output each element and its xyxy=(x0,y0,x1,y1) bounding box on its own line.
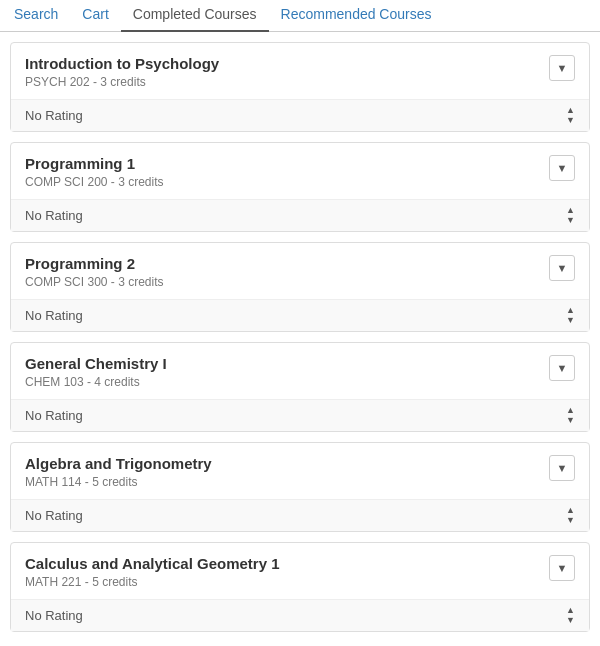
course-subtitle: MATH 114 - 5 credits xyxy=(25,475,539,489)
course-title: Introduction to Psychology xyxy=(25,55,539,72)
rating-text: No Rating xyxy=(25,508,83,523)
course-title: Algebra and Trigonometry xyxy=(25,455,539,472)
tab-cart[interactable]: Cart xyxy=(70,0,120,32)
rating-row: No Rating ▲ ▼ xyxy=(11,400,589,431)
rating-row: No Rating ▲ ▼ xyxy=(11,200,589,231)
rating-text: No Rating xyxy=(25,308,83,323)
course-subtitle: PSYCH 202 - 3 credits xyxy=(25,75,539,89)
rating-row: No Rating ▲ ▼ xyxy=(11,500,589,531)
course-card: Programming 2 COMP SCI 300 - 3 credits ▼… xyxy=(10,242,590,332)
rating-text: No Rating xyxy=(25,108,83,123)
rating-arrows-icon[interactable]: ▲ ▼ xyxy=(566,106,575,125)
navigation-tabs: Search Cart Completed Courses Recommende… xyxy=(0,0,600,32)
course-title: Programming 1 xyxy=(25,155,539,172)
tab-completed-courses[interactable]: Completed Courses xyxy=(121,0,269,32)
course-card: Algebra and Trigonometry MATH 114 - 5 cr… xyxy=(10,442,590,532)
course-title: General Chemistry I xyxy=(25,355,539,372)
courses-list: Introduction to Psychology PSYCH 202 - 3… xyxy=(0,32,600,646)
rating-text: No Rating xyxy=(25,608,83,623)
rating-arrows-icon[interactable]: ▲ ▼ xyxy=(566,606,575,625)
course-header: Algebra and Trigonometry MATH 114 - 5 cr… xyxy=(11,443,589,500)
rating-text: No Rating xyxy=(25,408,83,423)
course-header: Introduction to Psychology PSYCH 202 - 3… xyxy=(11,43,589,100)
course-title: Programming 2 xyxy=(25,255,539,272)
rating-arrows-icon[interactable]: ▲ ▼ xyxy=(566,206,575,225)
course-header: Programming 2 COMP SCI 300 - 3 credits ▼ xyxy=(11,243,589,300)
course-info: General Chemistry I CHEM 103 - 4 credits xyxy=(25,355,539,389)
course-card: Calculus and Analytical Geometry 1 MATH … xyxy=(10,542,590,632)
course-card: Programming 1 COMP SCI 200 - 3 credits ▼… xyxy=(10,142,590,232)
rating-arrows-icon[interactable]: ▲ ▼ xyxy=(566,306,575,325)
course-dropdown-button[interactable]: ▼ xyxy=(549,255,575,281)
rating-text: No Rating xyxy=(25,208,83,223)
tab-recommended-courses[interactable]: Recommended Courses xyxy=(269,0,444,32)
course-info: Introduction to Psychology PSYCH 202 - 3… xyxy=(25,55,539,89)
course-subtitle: COMP SCI 300 - 3 credits xyxy=(25,275,539,289)
rating-row: No Rating ▲ ▼ xyxy=(11,300,589,331)
rating-arrows-icon[interactable]: ▲ ▼ xyxy=(566,506,575,525)
course-dropdown-button[interactable]: ▼ xyxy=(549,355,575,381)
course-header: Programming 1 COMP SCI 200 - 3 credits ▼ xyxy=(11,143,589,200)
course-title: Calculus and Analytical Geometry 1 xyxy=(25,555,539,572)
course-dropdown-button[interactable]: ▼ xyxy=(549,55,575,81)
course-header: General Chemistry I CHEM 103 - 4 credits… xyxy=(11,343,589,400)
tab-search[interactable]: Search xyxy=(10,0,70,32)
course-dropdown-button[interactable]: ▼ xyxy=(549,555,575,581)
course-subtitle: MATH 221 - 5 credits xyxy=(25,575,539,589)
course-card: General Chemistry I CHEM 103 - 4 credits… xyxy=(10,342,590,432)
course-subtitle: COMP SCI 200 - 3 credits xyxy=(25,175,539,189)
rating-arrows-icon[interactable]: ▲ ▼ xyxy=(566,406,575,425)
course-info: Algebra and Trigonometry MATH 114 - 5 cr… xyxy=(25,455,539,489)
rating-row: No Rating ▲ ▼ xyxy=(11,600,589,631)
course-dropdown-button[interactable]: ▼ xyxy=(549,455,575,481)
course-info: Programming 1 COMP SCI 200 - 3 credits xyxy=(25,155,539,189)
course-info: Calculus and Analytical Geometry 1 MATH … xyxy=(25,555,539,589)
course-dropdown-button[interactable]: ▼ xyxy=(549,155,575,181)
course-card: Introduction to Psychology PSYCH 202 - 3… xyxy=(10,42,590,132)
rating-row: No Rating ▲ ▼ xyxy=(11,100,589,131)
course-info: Programming 2 COMP SCI 300 - 3 credits xyxy=(25,255,539,289)
course-header: Calculus and Analytical Geometry 1 MATH … xyxy=(11,543,589,600)
course-subtitle: CHEM 103 - 4 credits xyxy=(25,375,539,389)
